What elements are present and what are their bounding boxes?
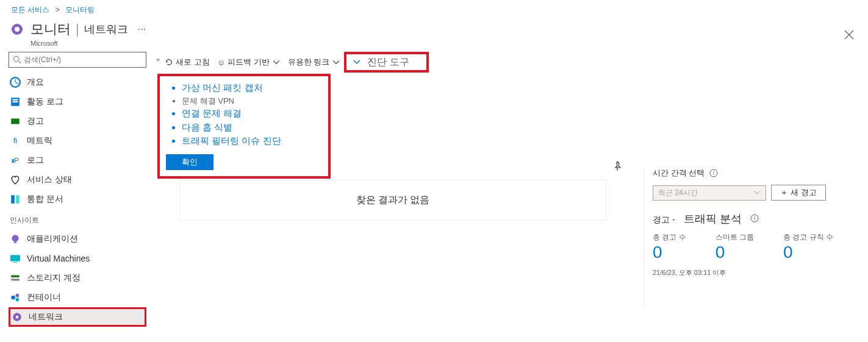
chevron-down-icon (332, 58, 340, 66)
metric-alert-rules: 총 경고 규칙 수 0 (783, 232, 833, 262)
sidebar-item-label: 스토리지 계정 (27, 273, 81, 283)
metric-value: 0 (653, 243, 686, 262)
time-range-label: 시간 간격 선택 (653, 168, 705, 179)
svg-point-13 (12, 235, 18, 241)
sidebar-item-containers[interactable]: 컨테이너 (9, 288, 146, 307)
new-alert-label: 새 경고 (791, 187, 817, 198)
title-separator: | (76, 21, 79, 37)
toolbar: 새로 고침 ☺ 피드백 기반 유용한 링크 진단 도구 (155, 53, 868, 71)
alert-title: 트래픽 분석 (684, 212, 742, 226)
sidebar-item-logs[interactable]: ▮P 로그 (9, 151, 146, 170)
sidebar-item-metrics[interactable]: fi 메트릭 (9, 131, 146, 151)
svg-rect-16 (13, 262, 18, 263)
time-range-value: 최근 24시간 (658, 188, 698, 198)
sidebar-item-label: 메트릭 (27, 135, 52, 146)
bulb-icon (10, 233, 21, 244)
sidebar-item-network[interactable]: 네트워크 (9, 307, 146, 327)
sidebar-item-label: 통합 문서 (27, 194, 63, 205)
dropdown-item-packet-capture[interactable]: 가상 머신 패킷 캡처 (182, 81, 322, 95)
dropdown-item-next-hop[interactable]: 다음 홉 식별 (182, 121, 322, 135)
sidebar-item-label: 네트워크 (29, 312, 63, 322)
feedback-label: 피드백 기반 (228, 57, 270, 68)
metric-label: 총 경고 수 (653, 232, 686, 243)
no-results-message: 찾은 결과가 없음 (179, 180, 606, 221)
alerts-icon (10, 116, 21, 127)
dropdown-item-vpn: 문제 해결 VPN (182, 95, 322, 107)
refresh-icon (165, 58, 173, 66)
metrics-icon: fi (10, 135, 21, 146)
sidebar-item-alerts[interactable]: 경고 (9, 112, 146, 131)
info-icon[interactable]: i (750, 214, 759, 223)
info-icon[interactable]: i (709, 169, 718, 177)
sidebar: « 개요 활동 로그 경고 fi 메트릭 ▮P 로그 서비스 상태 통합 문서 (0, 52, 155, 339)
sidebar-item-workbooks[interactable]: 통합 문서 (9, 190, 146, 209)
company-label: Microsoft (30, 40, 868, 52)
svg-rect-14 (14, 242, 17, 243)
logs-icon: ▮P (10, 155, 21, 166)
overview-icon (10, 77, 21, 88)
sidebar-item-label: Virtual Machines (27, 254, 90, 263)
vm-icon (10, 253, 21, 264)
svg-point-21 (16, 298, 20, 302)
breadcrumb-all-services[interactable]: 모든 서비스 (11, 5, 49, 14)
sidebar-item-storage[interactable]: 스토리지 계정 (9, 268, 146, 288)
breadcrumb: 모든 서비스 > 모니터링 (0, 0, 868, 18)
heart-icon (10, 174, 21, 185)
sidebar-item-virtual-machines[interactable]: Virtual Machines (9, 249, 146, 268)
sidebar-item-label: 애플리케이션 (27, 233, 78, 244)
svg-rect-12 (16, 195, 20, 204)
sidebar-section-insights: 인사이트 (9, 209, 146, 229)
new-alert-button[interactable]: ＋ 새 경고 (771, 185, 826, 201)
dropdown-item-traffic-filter[interactable]: 트래픽 필터링 이슈 진단 (182, 134, 322, 148)
pin-button[interactable] (612, 160, 623, 174)
refresh-label: 새로 고침 (176, 57, 210, 68)
alert-prefix: 경고 - (653, 215, 675, 226)
breadcrumb-monitoring[interactable]: 모니터링 (65, 5, 95, 14)
sidebar-item-service-health[interactable]: 서비스 상태 (9, 170, 146, 190)
timestamp-label: 21/6/23, 오후 03:11 이후 (653, 268, 861, 277)
diagnostic-tools-dropdown: 가상 머신 패킷 캡처 문제 해결 VPN 연결 문제 해결 다음 홉 식별 트… (157, 74, 331, 179)
useful-links-button[interactable]: 유용한 링크 (285, 57, 343, 68)
svg-rect-9 (13, 101, 18, 102)
sidebar-item-applications[interactable]: 애플리케이션 (9, 229, 146, 249)
network-icon (12, 312, 23, 322)
svg-point-20 (16, 294, 20, 297)
sidebar-item-activity-log[interactable]: 활동 로그 (9, 92, 146, 112)
activity-log-icon (10, 96, 21, 107)
svg-rect-17 (11, 276, 20, 277)
more-icon[interactable]: ··· (138, 24, 146, 35)
search-input[interactable] (24, 55, 142, 64)
metric-value: 0 (716, 243, 754, 262)
dropdown-item-connection-troubleshoot[interactable]: 연결 문제 해결 (182, 107, 322, 121)
feedback-button[interactable]: ☺ 피드백 기반 (215, 57, 283, 68)
metric-smart-groups: 스마트 그룹 0 (716, 232, 754, 262)
svg-point-4 (13, 56, 19, 62)
sidebar-item-label: 활동 로그 (27, 96, 63, 107)
metric-value: 0 (783, 243, 833, 262)
sidebar-item-overview[interactable]: 개요 (9, 73, 146, 92)
workbook-icon (10, 194, 21, 205)
svg-point-23 (16, 316, 19, 319)
svg-text:i: i (754, 215, 755, 221)
refresh-button[interactable]: 새로 고침 (162, 57, 212, 68)
svg-point-19 (11, 296, 15, 300)
diag-label: 진단 도구 (367, 56, 409, 69)
diagnostic-tools-button[interactable]: 진단 도구 (344, 52, 428, 73)
chevron-down-icon (753, 189, 761, 196)
main-content: 새로 고침 ☺ 피드백 기반 유용한 링크 진단 도구 가상 머신 패킷 캡처 … (155, 52, 868, 339)
sidebar-item-label: 서비스 상태 (27, 174, 72, 185)
close-button[interactable] (844, 29, 855, 40)
sidebar-item-label: 경고 (27, 116, 44, 127)
breadcrumb-sep: > (56, 5, 60, 14)
ok-button[interactable]: 확인 (166, 154, 213, 170)
links-label: 유용한 링크 (288, 57, 330, 68)
svg-point-1 (15, 27, 20, 32)
sidebar-item-label: 개요 (27, 77, 44, 88)
svg-text:i: i (713, 170, 714, 176)
right-panel: 시간 간격 선택 i 최근 24시간 ＋ 새 경고 경고 - 트래픽 분석 i (644, 168, 861, 308)
svg-rect-10 (11, 119, 20, 124)
svg-line-5 (18, 61, 21, 63)
time-range-select[interactable]: 최근 24시간 (653, 185, 766, 201)
container-icon (10, 292, 21, 303)
search-input-wrapper[interactable] (9, 52, 146, 68)
